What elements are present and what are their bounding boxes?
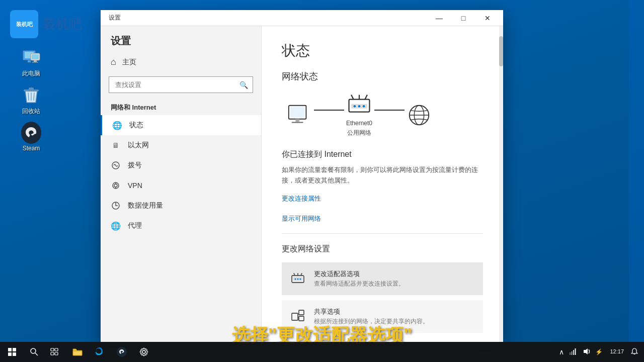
adapter-options-icon (290, 270, 306, 287)
taskbar-taskview-button[interactable] (44, 342, 64, 362)
svg-rect-23 (290, 107, 305, 117)
adapter-options-desc: 查看网络适配器并更改连接设置。 (314, 280, 405, 288)
nav-item-status[interactable]: 🌐 状态 (101, 115, 261, 135)
nav-label-dial: 拨号 (128, 161, 142, 170)
svg-rect-50 (8, 352, 12, 356)
taskbar-apps (64, 342, 557, 362)
taskbar-steam[interactable] (111, 342, 133, 362)
desktop-icon-computer[interactable]: 此电脑 (11, 45, 51, 80)
svg-rect-56 (51, 352, 54, 355)
section-divider (282, 233, 483, 234)
search-box: 🔍 (109, 76, 253, 93)
svg-rect-61 (570, 352, 571, 355)
minimize-button[interactable]: — (428, 10, 451, 26)
nav-item-proxy[interactable]: 🌐 代理 (101, 216, 261, 236)
nav-label-ethernet: 以太网 (128, 141, 149, 150)
svg-rect-8 (34, 60, 37, 62)
diagram-line2 (374, 110, 405, 111)
show-hidden-icons[interactable]: ∧ (557, 348, 566, 356)
close-button[interactable]: ✕ (476, 10, 499, 26)
zjb-title: 装机吧 (42, 16, 82, 33)
svg-rect-54 (51, 348, 54, 351)
sharing-options-title: 共享选项 (314, 307, 429, 316)
svg-rect-9 (32, 62, 38, 63)
vpn-icon (111, 180, 121, 191)
scrollbar-track (499, 26, 503, 342)
svg-point-44 (300, 279, 301, 280)
svg-rect-47 (299, 316, 304, 321)
change-connection-link[interactable]: 更改连接属性 (282, 194, 483, 203)
data-icon (111, 201, 121, 211)
svg-rect-46 (299, 310, 304, 315)
taskbar-settings[interactable] (133, 342, 155, 362)
adapter-label: Ethernet0 (346, 120, 372, 127)
right-sidebar-decoration (629, 0, 644, 362)
computer-label: 此电脑 (22, 69, 40, 78)
svg-rect-55 (55, 348, 58, 351)
sharing-options-icon (290, 308, 306, 324)
main-content: 状态 网络状态 (262, 26, 503, 342)
power-icon[interactable]: ⚡ (593, 348, 605, 355)
change-network-title: 更改网络设置 (282, 244, 483, 254)
proxy-icon: 🌐 (111, 221, 121, 231)
svg-rect-4 (28, 60, 31, 62)
nav-label-vpn: VPN (128, 182, 142, 190)
search-input[interactable] (109, 76, 253, 93)
sharing-options-item[interactable]: 共享选项 根据所连接到的网络，决定要共享的内容。 (282, 300, 483, 333)
show-available-networks-link[interactable]: 显示可用网络 (282, 214, 483, 223)
zjb-logo-area: 装机吧 装机吧 (10, 10, 82, 38)
notification-button[interactable] (629, 348, 640, 356)
svg-point-60 (142, 350, 145, 353)
nav-label-status: 状态 (129, 121, 143, 130)
adapter-options-title: 更改适配器选项 (314, 269, 405, 279)
nav-item-ethernet[interactable]: 🖥 以太网 (101, 135, 261, 155)
desktop-icon-recycle[interactable]: 回收站 (11, 83, 51, 118)
svg-text:装机吧: 装机吧 (16, 21, 33, 27)
section-title: 网络状态 (282, 70, 483, 82)
page-title: 状态 (282, 41, 483, 60)
sidebar-home-item[interactable]: ⌂ 主页 (101, 52, 261, 72)
network-icon[interactable] (567, 347, 579, 357)
adapter-options-item[interactable]: 更改适配器选项 查看网络适配器并更改连接设置。 (282, 262, 483, 295)
window-controls: — □ ✕ (428, 10, 499, 26)
diagram-globe (407, 103, 432, 128)
ethernet-icon: 🖥 (111, 140, 121, 150)
nav-item-dial[interactable]: 拨号 (101, 155, 261, 175)
svg-rect-63 (573, 350, 574, 355)
connected-title: 你已连接到 Internet (282, 149, 483, 160)
svg-rect-62 (572, 351, 573, 355)
sharing-options-desc: 根据所连接到的网络，决定要共享的内容。 (314, 317, 429, 326)
dial-icon (111, 160, 121, 170)
taskbar-right: ∧ ⚡ 12:17 (557, 347, 644, 357)
status-icon: 🌐 (112, 120, 122, 130)
title-bar: 设置 — □ ✕ (101, 10, 503, 26)
diagram-pc (287, 103, 312, 128)
steam-icon (21, 123, 41, 143)
network-type-label: 公用网络 (347, 129, 371, 137)
home-icon: ⌂ (111, 57, 116, 67)
nav-label-data: 数据使用量 (128, 201, 163, 210)
taskbar: ∧ ⚡ 12:17 (0, 342, 644, 362)
settings-sidebar: 设置 ⌂ 主页 🔍 网络和 Internet 🌐 状态 🖥 以太 (101, 26, 262, 342)
nav-item-vpn[interactable]: VPN (101, 175, 261, 196)
diagram-adapter: Ethernet0 公用网络 (346, 93, 372, 137)
steam-label: Steam (23, 145, 40, 152)
scrollbar-thumb[interactable] (499, 36, 503, 66)
svg-rect-5 (25, 62, 33, 63)
start-button[interactable] (0, 342, 24, 362)
svg-rect-51 (13, 352, 16, 356)
svg-point-43 (297, 279, 299, 280)
svg-point-31 (354, 105, 356, 108)
svg-rect-7 (32, 54, 39, 59)
connected-desc: 如果你的流量套餐有限制，则你可以将此网络设置为按流量计费的连接，或者更改其他属性… (282, 165, 483, 186)
taskbar-fileexplorer[interactable] (66, 342, 89, 362)
taskbar-clock[interactable]: 12:17 (606, 348, 628, 355)
volume-icon[interactable] (580, 347, 592, 357)
desktop-icon-steam[interactable]: Steam (11, 121, 51, 154)
svg-line-27 (351, 95, 354, 100)
nav-item-data[interactable]: 数据使用量 (101, 196, 261, 216)
adapter-options-text: 更改适配器选项 查看网络适配器并更改连接设置。 (314, 269, 405, 288)
taskbar-edge[interactable] (89, 342, 111, 362)
maximize-button[interactable]: □ (452, 10, 475, 26)
taskbar-search-button[interactable] (24, 342, 44, 362)
